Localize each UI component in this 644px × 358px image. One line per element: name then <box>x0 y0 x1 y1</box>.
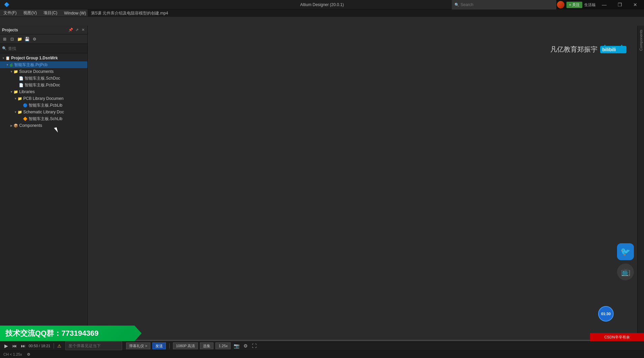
bilibili-logo: bilibili <box>600 45 627 54</box>
menu-bar: 文件(F) 视图(V) 项目(C) Window (W) 帮助(H) 第5课 元… <box>0 9 644 17</box>
tree-icon-components: 📦 <box>13 123 18 128</box>
watermark: 凡亿教育郑振宇 bilibili <box>550 45 627 54</box>
panel-search-input[interactable] <box>8 46 85 51</box>
panel-btn-save[interactable]: 💾 <box>24 36 30 43</box>
follow-button[interactable]: + 关注 <box>566 2 582 8</box>
avatar[interactable] <box>557 1 564 8</box>
panel-btn-settings[interactable]: ⚙ <box>31 36 38 43</box>
tree-label-project-group: Project Group 1.DsnWrk <box>11 56 58 60</box>
speed-label: 1.25x <box>218 344 228 348</box>
tree-node-pcblib[interactable]: 🔵 智能车主板.PcbLib <box>0 102 87 109</box>
tree-arrow-project-group: ▼ <box>1 57 5 60</box>
timer-circle[interactable]: 01:30 <box>598 306 614 322</box>
tree-node-source-docs[interactable]: ▼ 📁 Source Documents <box>0 68 87 75</box>
tv-button[interactable]: 📺 <box>617 264 634 280</box>
tree-icon-pcb-lib-doc: 📁 <box>18 97 22 101</box>
panel-pin-icon[interactable]: 📌 <box>68 28 73 32</box>
speed-button[interactable]: 1.25x <box>215 342 231 349</box>
danmaku-input[interactable] <box>68 343 119 348</box>
blue-bird-icon[interactable]: 🐦 <box>617 243 634 260</box>
settings-small-button[interactable]: ⚙ <box>26 352 31 357</box>
menu-project[interactable]: 项目(C) <box>40 9 61 17</box>
panel-btn-home[interactable]: ⊞ <box>1 36 8 43</box>
tree-icon-prjpcb: 🖨 <box>9 63 13 67</box>
tree-label-sch-lib-doc: Schematic Library Doc <box>23 110 64 114</box>
restore-button[interactable]: ❐ <box>613 0 626 9</box>
tree-node-prjpcb[interactable]: ▼ 🖨 智能车主板.PrjPcb <box>0 61 87 68</box>
video-player-controls: ▶ ⏮ ⏭ 00:50 / 18:21 ⚠ 弹幕礼仪 > 发送 <box>0 341 644 351</box>
content-area: 凡亿教育郑振宇 bilibili 🐦 📺 01:30 <box>88 26 637 341</box>
main-area: Projects 📌 ⇗ ✕ ⊞ ⊡ 📁 💾 ⚙ 🔍 ▼ <box>0 26 644 341</box>
tree-label-pcblib: 智能车主板.PcbLib <box>29 103 62 108</box>
watermark-text: 凡亿教育郑振宇 <box>550 45 597 54</box>
tree-node-schlib[interactable]: 🔶 智能车主板.SchLib <box>0 115 87 122</box>
play-icon: ▶ <box>4 343 8 349</box>
tree-icon-sch-lib-doc: 📁 <box>18 110 22 114</box>
panel-btn-folder[interactable]: 📁 <box>16 36 23 43</box>
qq-text: 技术交流QQ群：773194369 <box>5 328 98 338</box>
title-bar-right: + 关注 生活福 — ❐ ✕ <box>556 0 644 9</box>
tree-node-libraries[interactable]: ▼ 📁 Libraries <box>0 88 87 95</box>
menu-window[interactable]: Window (W) <box>61 9 89 17</box>
screenshot-button[interactable]: 📷 <box>233 343 240 349</box>
tree-icon-libraries: 📁 <box>13 90 18 94</box>
projects-title: Projects <box>2 28 18 32</box>
tree-icon-pcbdoc: 📄 <box>19 83 24 87</box>
tree-arrow-libraries: ▼ <box>9 90 13 93</box>
projects-panel: Projects 📌 ⇗ ✕ ⊞ ⊡ 📁 💾 ⚙ 🔍 ▼ <box>0 26 88 341</box>
tree-icon-schlib: 🔶 <box>23 117 28 121</box>
tree-label-components: Components <box>19 123 42 128</box>
quality-button[interactable]: 1080P 高清 <box>173 342 198 349</box>
menu-file[interactable]: 文件(F) <box>0 9 20 17</box>
tree-area: ▼ 📋 Project Group 1.DsnWrk ▼ 🖨 智能车主板.Prj… <box>0 53 87 341</box>
panel-search: 🔍 <box>0 44 87 53</box>
bottom-bar: ▶ ⏮ ⏭ 00:50 / 18:21 ⚠ 弹幕礼仪 > 发送 <box>0 341 644 358</box>
panel-close-icon[interactable]: ✕ <box>81 28 85 32</box>
menu-view[interactable]: 视图(V) <box>20 9 40 17</box>
tree-arrow-pcb-lib-doc: ▼ <box>13 97 18 100</box>
tree-label-pcb-lib-doc: PCB Library Documen <box>23 96 63 101</box>
danmaku-settings-button[interactable]: 弹幕礼仪 > <box>126 342 150 349</box>
panel-float-icon[interactable]: ⇗ <box>75 28 79 32</box>
search-input[interactable] <box>461 2 554 7</box>
tree-label-source-docs: Source Documents <box>19 69 54 74</box>
timer-label: 01:30 <box>601 312 611 316</box>
settings-button[interactable]: ⚙ <box>242 343 249 349</box>
minimize-button[interactable]: — <box>597 0 611 9</box>
svg-marker-2 <box>604 45 606 47</box>
next-button[interactable]: ⏭ <box>20 343 27 349</box>
prev-button[interactable]: ⏮ <box>11 343 18 349</box>
csdn-badge: CSDN辛辛有余 <box>590 333 644 341</box>
tree-node-pcbdoc[interactable]: 📄 智能车主板.PcbDoc <box>0 82 87 88</box>
fullscreen-button[interactable]: ⛶ <box>251 343 258 349</box>
projects-header: Projects 📌 ⇗ ✕ <box>0 26 87 34</box>
prev-icon: ⏮ <box>12 343 17 349</box>
tree-node-project-group[interactable]: ▼ 📋 Project Group 1.DsnWrk <box>0 55 87 61</box>
tree-node-sch-lib-doc[interactable]: ▼ 📁 Schematic Library Doc <box>0 109 87 115</box>
tree-arrow-source-docs: ▼ <box>9 70 13 73</box>
tree-label-pcbdoc: 智能车主板.PcbDoc <box>25 82 60 88</box>
tree-label-libraries: Libraries <box>19 89 35 94</box>
tree-icon-project-group: 📋 <box>5 56 10 60</box>
app-title-text: Altium Designer (20.0.1) <box>300 2 344 7</box>
send-button[interactable]: 发送 <box>152 342 166 349</box>
search-icon: 🔍 <box>455 3 459 7</box>
settings-text: 生活福 <box>584 2 595 7</box>
tree-node-components[interactable]: ▶ 📦 Components <box>0 122 87 129</box>
tree-arrow-sch-lib-doc: ▼ <box>13 111 18 114</box>
panel-btn-add[interactable]: ⊡ <box>9 36 16 43</box>
bottom-info: CH < 1.25x ⚙ <box>0 351 644 358</box>
play-button[interactable]: ▶ <box>3 343 9 349</box>
tree-icon-schdoc: 📄 <box>19 76 24 81</box>
collection-button[interactable]: 选集 <box>200 342 213 349</box>
app-icon: 🔷 <box>4 2 9 7</box>
tree-node-schdoc[interactable]: 📄 智能车主板.SchDoc <box>0 75 87 82</box>
tree-node-pcb-lib-doc[interactable]: ▼ 📁 PCB Library Documen <box>0 95 87 102</box>
tree-icon-source-docs: 📁 <box>13 70 18 74</box>
next-icon: ⏭ <box>21 343 26 349</box>
components-tab[interactable]: Components <box>638 27 644 53</box>
close-button[interactable]: ✕ <box>628 0 642 9</box>
right-panel: Components <box>637 26 644 341</box>
tree-arrow-components: ▶ <box>9 124 13 127</box>
quality-label: 1080P 高清 <box>176 343 195 349</box>
